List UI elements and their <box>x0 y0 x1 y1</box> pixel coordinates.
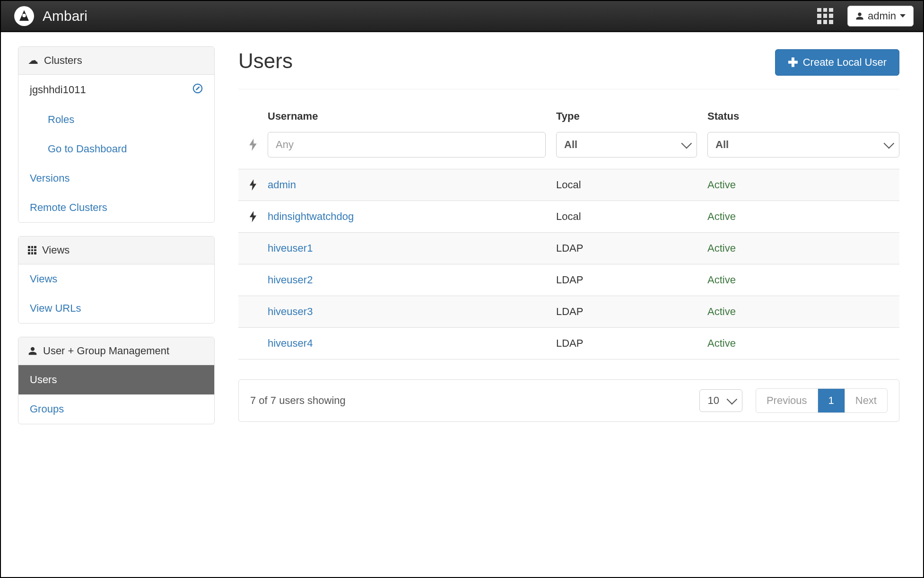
type-cell: LDAP <box>556 242 707 254</box>
remote-clusters-label: Remote Clusters <box>30 201 107 214</box>
user-menu-button[interactable]: admin <box>847 6 914 26</box>
views-label: Views <box>30 273 57 285</box>
type-filter-value: All <box>564 139 577 151</box>
user-group-panel: User + Group Management Users Groups <box>18 337 215 424</box>
chevron-down-icon <box>681 138 692 149</box>
user-group-heading-label: User + Group Management <box>43 345 169 357</box>
filter-row: All All <box>238 132 899 169</box>
table-footer: 7 of 7 users showing 10 Previous 1 Next <box>238 379 899 422</box>
table-row: hiveuser4LDAPActive <box>238 328 899 359</box>
plus-icon: ✚ <box>788 56 798 69</box>
username-link[interactable]: admin <box>268 179 296 191</box>
user-icon <box>855 12 864 20</box>
status-cell: Active <box>707 274 736 286</box>
status-cell: Active <box>707 179 736 191</box>
next-button[interactable]: Next <box>845 389 887 412</box>
username-link[interactable]: hiveuser1 <box>268 242 313 254</box>
cloud-icon <box>28 54 38 67</box>
sidebar-item-roles[interactable]: Roles <box>18 105 214 134</box>
chevron-down-icon <box>726 394 737 405</box>
table-header-row: Username Type Status <box>238 110 899 127</box>
main-content: Users ✚ Create Local User Username Type … <box>238 46 906 568</box>
table-body: adminLocalActivehdinsightwatchdogLocalAc… <box>238 169 899 359</box>
create-local-user-button[interactable]: ✚ Create Local User <box>775 49 899 76</box>
type-cell: LDAP <box>556 274 707 286</box>
sidebar-item-versions[interactable]: Versions <box>18 164 214 193</box>
username-link[interactable]: hiveuser4 <box>268 337 313 349</box>
type-filter-select[interactable]: All <box>556 132 697 158</box>
grid-icon <box>28 246 36 254</box>
bolt-icon <box>249 179 257 191</box>
type-cell: Local <box>556 210 707 223</box>
th-username: Username <box>268 110 556 127</box>
chevron-down-icon <box>884 138 895 149</box>
users-label: Users <box>30 374 57 386</box>
status-cell: Active <box>707 306 736 317</box>
showing-text: 7 of 7 users showing <box>250 394 346 407</box>
views-heading: Views <box>18 236 214 264</box>
person-icon <box>28 346 37 356</box>
caret-down-icon <box>900 14 906 18</box>
username-filter-input[interactable] <box>268 132 546 158</box>
sidebar-item-remote-clusters[interactable]: Remote Clusters <box>18 193 214 222</box>
sidebar-item-groups[interactable]: Groups <box>18 394 214 424</box>
ambari-logo[interactable] <box>14 6 34 26</box>
sidebar-item-views[interactable]: Views <box>18 264 214 294</box>
th-type: Type <box>556 110 707 127</box>
clusters-heading: Clusters <box>18 47 214 75</box>
sidebar-item-dashboard[interactable]: Go to Dashboard <box>18 134 214 164</box>
cluster-name-label: jgshhdi1011 <box>30 84 86 96</box>
sidebar-item-users[interactable]: Users <box>18 365 214 394</box>
edit-icon[interactable] <box>192 83 203 96</box>
status-filter-select[interactable]: All <box>707 132 899 158</box>
versions-label: Versions <box>30 172 70 184</box>
type-cell: LDAP <box>556 306 707 318</box>
top-navbar: Ambari admin <box>1 1 923 32</box>
apps-grid-icon[interactable] <box>817 8 833 24</box>
th-status: Status <box>707 110 899 127</box>
ambari-logo-icon <box>17 9 31 23</box>
bolt-icon <box>249 139 257 151</box>
user-group-heading: User + Group Management <box>18 337 214 365</box>
dashboard-label: Go to Dashboard <box>48 143 127 155</box>
clusters-heading-label: Clusters <box>44 54 82 67</box>
status-cell: Active <box>707 210 736 222</box>
views-heading-label: Views <box>42 244 70 256</box>
cluster-name-item[interactable]: jgshhdi1011 <box>18 75 214 105</box>
status-cell: Active <box>707 242 736 254</box>
page-size-select[interactable]: 10 <box>699 389 742 412</box>
create-button-label: Create Local User <box>803 56 887 69</box>
sidebar: Clusters jgshhdi1011 Roles Go to Dashboa… <box>18 46 215 568</box>
table-row: hdinsightwatchdogLocalActive <box>238 201 899 233</box>
groups-label: Groups <box>30 403 64 415</box>
status-cell: Active <box>707 337 736 349</box>
sidebar-item-view-urls[interactable]: View URLs <box>18 294 214 323</box>
table-row: adminLocalActive <box>238 169 899 201</box>
pagination: Previous 1 Next <box>756 388 888 413</box>
table-row: hiveuser2LDAPActive <box>238 264 899 296</box>
username-link[interactable]: hdinsightwatchdog <box>268 210 354 222</box>
type-cell: LDAP <box>556 337 707 350</box>
roles-label: Roles <box>48 114 74 126</box>
previous-button[interactable]: Previous <box>756 389 818 412</box>
clusters-panel: Clusters jgshhdi1011 Roles Go to Dashboa… <box>18 46 215 223</box>
view-urls-label: View URLs <box>30 302 81 315</box>
username-link[interactable]: hiveuser3 <box>268 306 313 317</box>
page-title: Users <box>238 49 293 73</box>
type-cell: Local <box>556 179 707 191</box>
page-size-value: 10 <box>707 394 719 407</box>
user-menu-label: admin <box>868 10 896 22</box>
status-filter-value: All <box>715 139 729 151</box>
table-row: hiveuser1LDAPActive <box>238 233 899 264</box>
bolt-icon <box>249 211 257 222</box>
table-row: hiveuser3LDAPActive <box>238 296 899 328</box>
navbar-title[interactable]: Ambari <box>43 8 87 24</box>
username-link[interactable]: hiveuser2 <box>268 274 313 286</box>
views-panel: Views Views View URLs <box>18 236 215 324</box>
page-1-button[interactable]: 1 <box>818 389 845 412</box>
